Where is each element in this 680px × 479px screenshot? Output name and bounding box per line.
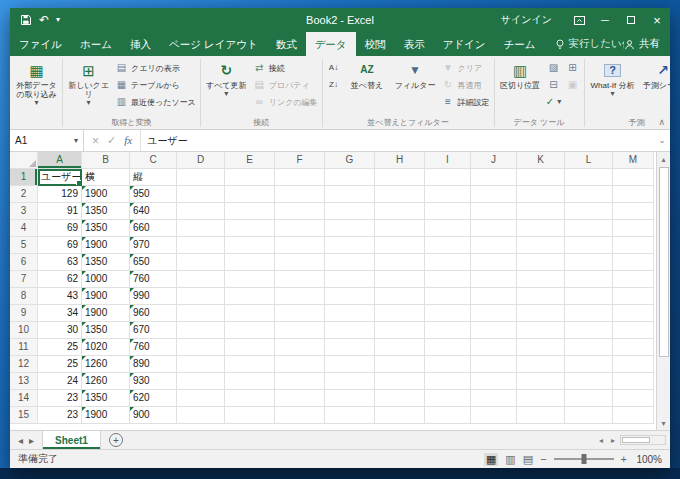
collapse-ribbon-icon[interactable] (658, 117, 665, 127)
insert-function-icon[interactable] (124, 135, 132, 146)
cell-L2[interactable] (565, 186, 613, 203)
column-header-B[interactable]: B (82, 152, 130, 169)
column-header-D[interactable]: D (177, 152, 225, 169)
cell-G12[interactable] (325, 356, 375, 373)
cell-H9[interactable] (375, 305, 425, 322)
cell-G9[interactable] (325, 305, 375, 322)
cell-M15[interactable] (613, 407, 654, 424)
cell-E3[interactable] (225, 203, 275, 220)
cell-D15[interactable] (177, 407, 225, 424)
cell-L10[interactable] (565, 322, 613, 339)
cell-G10[interactable] (325, 322, 375, 339)
cell-G3[interactable] (325, 203, 375, 220)
cell-G2[interactable] (325, 186, 375, 203)
filter-button[interactable]: フィルター (392, 58, 439, 116)
cell-I11[interactable] (425, 339, 471, 356)
horizontal-scroll-track[interactable] (620, 435, 666, 445)
cell-C9[interactable]: 960 (130, 305, 177, 322)
cell-F5[interactable] (275, 237, 325, 254)
cell-C2[interactable]: 950 (130, 186, 177, 203)
zoom-slider[interactable] (554, 458, 614, 460)
cell-J1[interactable] (471, 169, 517, 186)
cell-C8[interactable]: 990 (130, 288, 177, 305)
vertical-scroll-thumb[interactable] (659, 167, 669, 357)
cell-D12[interactable] (177, 356, 225, 373)
sort-ascending-button[interactable] (325, 60, 343, 76)
cell-A5[interactable]: 69 (38, 237, 82, 254)
select-all-corner[interactable] (10, 152, 38, 169)
scroll-left-icon[interactable]: ◂ (596, 436, 606, 445)
cell-K1[interactable] (517, 169, 565, 186)
zoom-slider-thumb[interactable] (581, 454, 586, 464)
horizontal-scrollbar[interactable]: ◂ ▸ (596, 431, 670, 449)
share-button[interactable]: 共有 (624, 32, 670, 56)
cell-J8[interactable] (471, 288, 517, 305)
column-header-J[interactable]: J (471, 152, 517, 169)
cell-J14[interactable] (471, 390, 517, 407)
show-queries-button[interactable]: クエリの表示 (113, 60, 198, 76)
column-header-C[interactable]: C (130, 152, 177, 169)
what-if-analysis-button[interactable]: What-If 分析 (587, 58, 639, 116)
save-icon[interactable] (20, 14, 32, 26)
cell-M10[interactable] (613, 322, 654, 339)
column-header-G[interactable]: G (325, 152, 375, 169)
cell-L7[interactable] (565, 271, 613, 288)
cell-M3[interactable] (613, 203, 654, 220)
consolidate-button[interactable] (564, 60, 582, 76)
page-layout-view-icon[interactable]: ▥ (505, 453, 515, 466)
cell-J15[interactable] (471, 407, 517, 424)
tab-page-layout[interactable]: ページ レイアウト (160, 32, 267, 56)
cell-D5[interactable] (177, 237, 225, 254)
cell-G5[interactable] (325, 237, 375, 254)
cell-B13[interactable]: 1260 (82, 373, 130, 390)
horizontal-scroll-thumb[interactable] (622, 437, 650, 443)
close-button[interactable]: × (644, 8, 670, 32)
ribbon-display-options-icon[interactable] (566, 8, 592, 32)
cell-E1[interactable] (225, 169, 275, 186)
column-header-F[interactable]: F (275, 152, 325, 169)
cell-I12[interactable] (425, 356, 471, 373)
cell-M11[interactable] (613, 339, 654, 356)
cell-E12[interactable] (225, 356, 275, 373)
cell-H4[interactable] (375, 220, 425, 237)
cell-G11[interactable] (325, 339, 375, 356)
cell-F3[interactable] (275, 203, 325, 220)
cell-I13[interactable] (425, 373, 471, 390)
cell-A12[interactable]: 25 (38, 356, 82, 373)
row-header-7[interactable]: 7 (10, 271, 38, 288)
cell-E6[interactable] (225, 254, 275, 271)
forecast-sheet-button[interactable]: 予測シート (640, 58, 671, 116)
cell-D11[interactable] (177, 339, 225, 356)
cell-C12[interactable]: 890 (130, 356, 177, 373)
recent-sources-button[interactable]: 最近使ったソース (113, 94, 198, 110)
cell-L8[interactable] (565, 288, 613, 305)
cell-K3[interactable] (517, 203, 565, 220)
cell-B2[interactable]: 1900 (82, 186, 130, 203)
cell-H7[interactable] (375, 271, 425, 288)
cell-K2[interactable] (517, 186, 565, 203)
cell-H13[interactable] (375, 373, 425, 390)
cell-J4[interactable] (471, 220, 517, 237)
cell-L12[interactable] (565, 356, 613, 373)
cell-K6[interactable] (517, 254, 565, 271)
row-header-14[interactable]: 14 (10, 390, 38, 407)
cell-A10[interactable]: 30 (38, 322, 82, 339)
cell-C6[interactable]: 650 (130, 254, 177, 271)
cell-K4[interactable] (517, 220, 565, 237)
formula-input[interactable]: ユーザー (141, 130, 654, 151)
cell-H1[interactable] (375, 169, 425, 186)
cell-G4[interactable] (325, 220, 375, 237)
cell-E5[interactable] (225, 237, 275, 254)
cell-L15[interactable] (565, 407, 613, 424)
row-header-8[interactable]: 8 (10, 288, 38, 305)
from-table-button[interactable]: テーブルから (113, 77, 198, 93)
tab-team[interactable]: チーム (495, 32, 545, 56)
remove-duplicates-button[interactable] (545, 77, 563, 93)
refresh-all-button[interactable]: すべて更新 (203, 58, 250, 116)
cell-L5[interactable] (565, 237, 613, 254)
cell-C5[interactable]: 970 (130, 237, 177, 254)
name-box[interactable]: A1 (10, 130, 84, 151)
cell-C4[interactable]: 660 (130, 220, 177, 237)
zoom-level[interactable]: 100% (634, 454, 662, 465)
cell-B12[interactable]: 1260 (82, 356, 130, 373)
